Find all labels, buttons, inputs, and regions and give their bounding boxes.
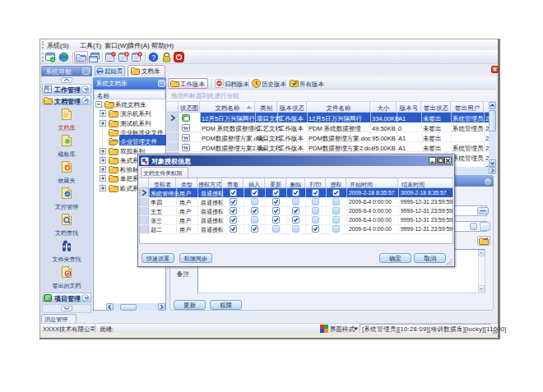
svg-text:W: W	[183, 145, 189, 151]
svg-text:W: W	[183, 135, 189, 141]
svg-text:?: ?	[151, 53, 155, 62]
svg-text:W: W	[183, 125, 189, 131]
